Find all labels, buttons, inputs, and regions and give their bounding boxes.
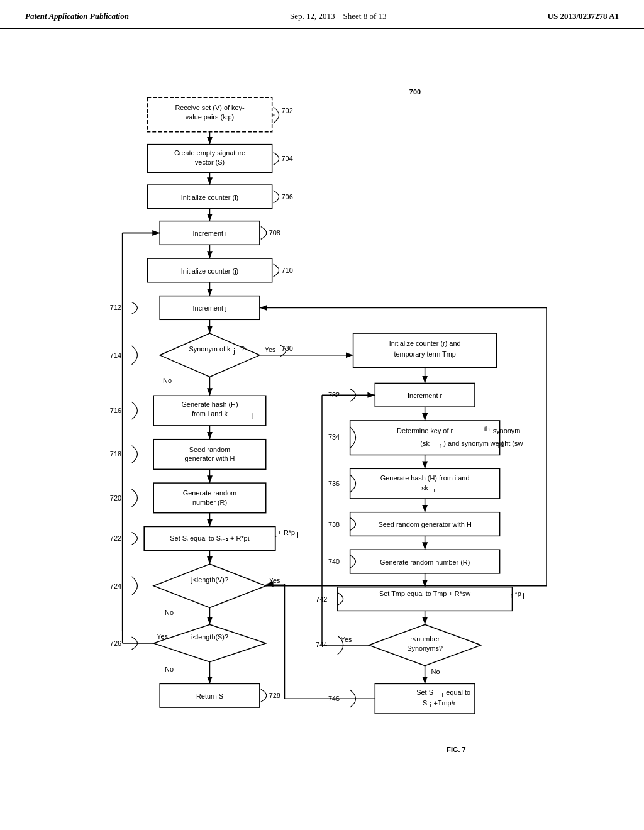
yes-714: Yes	[265, 346, 276, 353]
text-722sub3: j	[296, 531, 298, 538]
bracket-740	[350, 555, 356, 568]
bracket-708	[261, 227, 267, 240]
text-736a: Generate hash (H) from i and	[380, 474, 470, 482]
bracket-716	[132, 402, 138, 419]
text-710: Initialize counter (j)	[181, 267, 238, 275]
text-720a: Generate random	[183, 489, 236, 497]
bracket-712	[132, 302, 138, 314]
yes-744: Yes	[341, 636, 352, 643]
label-716: 716	[110, 407, 121, 414]
text-712: Increment j	[193, 304, 227, 312]
text-724a: j<length(V)?	[191, 576, 228, 584]
label-736: 736	[328, 480, 340, 487]
text-746c: S	[423, 699, 427, 707]
text-718a: Seed random	[189, 446, 230, 453]
text-740: Generate random number (R)	[380, 558, 470, 566]
text-726: i<length(S)?	[191, 633, 228, 641]
text-746a: Set S	[416, 689, 433, 696]
header-patent-number: US 2013/0237278 A1	[548, 11, 619, 21]
text-746d: +Tmp/r	[434, 699, 456, 707]
text-734b: (sk	[420, 440, 430, 447]
label-742: 742	[316, 595, 327, 603]
text-716sub: j	[252, 412, 253, 419]
text-706: Initialize counter (i)	[181, 194, 238, 201]
text-704b: vector (S)	[195, 158, 225, 166]
no-724: No	[165, 609, 174, 616]
label-740: 740	[328, 558, 340, 565]
text-716b: from i and k	[192, 410, 228, 418]
bracket-738	[350, 518, 356, 531]
no-744: No	[431, 668, 440, 675]
text-742a: Set Tmp equal to Tmp + R*sw	[379, 590, 470, 597]
label-718: 718	[110, 450, 121, 458]
text-738: Seed random generator with H	[378, 521, 471, 529]
label-738: 738	[328, 521, 340, 528]
text-728: Return S	[196, 692, 223, 700]
text-742sub2: j	[522, 592, 524, 599]
label-734: 734	[328, 433, 340, 441]
header-publication: Patent Application Publication	[25, 11, 129, 21]
text-734d: )	[502, 440, 504, 447]
text-746sub2: i	[430, 701, 431, 709]
text-744a: r<number	[410, 635, 440, 643]
text-746sub1: i	[441, 690, 443, 698]
diamond-726	[153, 624, 266, 661]
header-date-sheet: Sep. 12, 2013 Sheet 8 of 13	[290, 11, 386, 21]
text-730b: temporary term Tmp	[394, 350, 455, 358]
text-722-clean: Set Sᵢ equal to Sᵢ₋₁ + R*pᵵ	[170, 534, 250, 542]
text-718b: generator with H	[185, 455, 235, 462]
text-744b: Synonyms?	[407, 645, 443, 652]
bracket-704	[274, 153, 279, 165]
label-724: 724	[110, 582, 121, 590]
bracket-724	[132, 577, 138, 595]
label-700: 700	[409, 88, 421, 96]
diamond-714	[160, 333, 260, 377]
box-734	[350, 421, 500, 455]
text-714b: ?	[241, 345, 245, 353]
text-730a: Initialize counter (r) and	[389, 340, 461, 347]
bracket-706	[274, 191, 279, 203]
text-734c: ) and synonym weight (sw	[443, 440, 523, 447]
fig-label: FIG. 7	[447, 746, 465, 753]
diamond-724	[153, 564, 266, 607]
no-714: No	[163, 377, 172, 384]
page-header: Patent Application Publication Sep. 12, …	[0, 0, 644, 29]
label-730: 730	[282, 345, 293, 352]
yes-724: Yes	[269, 577, 280, 584]
text-714sub: j	[233, 347, 235, 355]
bracket-728	[261, 689, 267, 702]
label-710: 710	[282, 267, 293, 274]
label-722: 722	[110, 534, 121, 542]
label-714: 714	[110, 351, 121, 359]
text-736sub: r	[434, 486, 436, 494]
label-706: 706	[282, 193, 293, 201]
text-714a: Synonym of k	[189, 345, 231, 353]
text-704a: Create empty signature	[174, 149, 245, 157]
bracket-714	[132, 346, 138, 365]
text-734a: Determine key of r	[397, 427, 453, 434]
label-704: 704	[282, 155, 293, 162]
text-746b: equal to	[446, 689, 470, 696]
text-722c: + R*p	[278, 529, 296, 536]
text-702b: value pairs (k:p)	[186, 113, 234, 121]
flowchart-diagram: 700 Receive set (V) of key- value pairs …	[0, 29, 644, 802]
text-720b: number (R)	[192, 499, 227, 506]
label-708: 708	[269, 229, 280, 236]
bracket-734	[350, 427, 356, 448]
bracket-736	[350, 475, 356, 492]
label-728: 728	[269, 692, 280, 699]
label-720: 720	[110, 494, 121, 502]
text-716a: Generate hash (H)	[181, 401, 238, 408]
label-712: 712	[110, 304, 121, 311]
text-736b: sk	[421, 484, 428, 492]
text-734sup: th	[484, 425, 490, 433]
text-708: Increment i	[193, 230, 227, 237]
bracket-742	[338, 593, 343, 606]
label-726: 726	[110, 639, 121, 647]
text-742b: *p	[514, 590, 521, 597]
bracket-722	[132, 532, 138, 545]
bracket-720	[132, 489, 138, 507]
no-726: No	[165, 665, 174, 673]
text-734sub2: r	[498, 441, 501, 449]
text-734aa: synonym	[493, 427, 521, 434]
